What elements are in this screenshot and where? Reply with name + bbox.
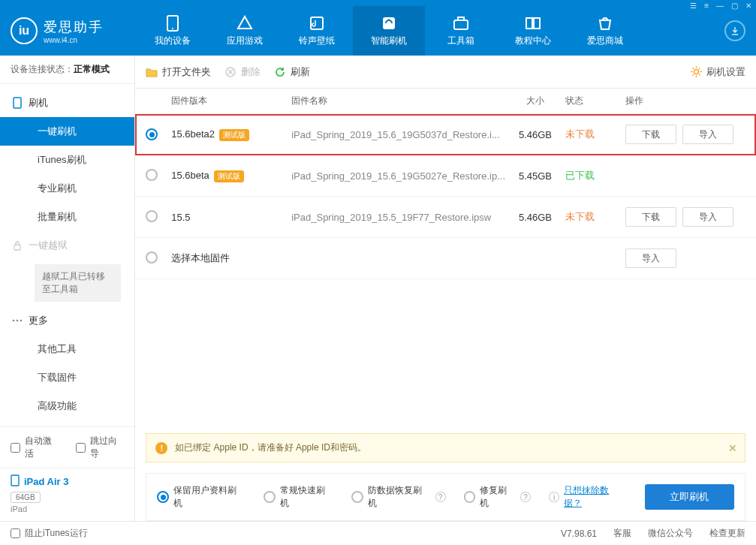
apps-icon [236, 15, 253, 32]
win-close-icon[interactable]: ✕ [745, 2, 751, 10]
jailbreak-moved-note: 越狱工具已转移至工具箱 [35, 264, 121, 302]
store-icon [597, 15, 613, 32]
row-radio[interactable] [146, 169, 158, 181]
download-indicator-icon[interactable] [724, 20, 745, 41]
close-icon[interactable]: ✕ [728, 442, 737, 454]
auto-activate-checkbox[interactable] [11, 443, 20, 453]
table-row[interactable]: 15.5iPad_Spring_2019_15.5_19F77_Restore.… [135, 197, 756, 238]
op-button[interactable]: 导入 [625, 248, 676, 268]
cell-ops: 下载导入 [625, 125, 745, 144]
table-row[interactable]: 选择本地固件导入 [135, 238, 756, 279]
row-radio[interactable] [146, 210, 158, 222]
op-button[interactable]: 下载 [625, 207, 676, 227]
nav-toolbox[interactable]: 工具箱 [425, 6, 497, 56]
row-radio[interactable] [146, 251, 158, 263]
win-list-icon[interactable]: ≡ [704, 2, 709, 10]
sidebar-item-batch-flash[interactable]: 批量刷机 [0, 203, 134, 231]
book-icon [525, 15, 541, 32]
lock-icon [12, 240, 23, 251]
cell-status: 未下载 [565, 128, 625, 141]
version-label: V7.98.61 [561, 528, 597, 539]
footer-wechat[interactable]: 微信公众号 [648, 527, 693, 540]
table-row[interactable]: 15.6beta2测试版iPad_Spring_2019_15.6_19G503… [135, 114, 756, 155]
nav-tutorials[interactable]: 教程中心 [497, 6, 569, 56]
win-minimize-icon[interactable]: — [716, 2, 724, 10]
skip-guide-checkbox[interactable] [76, 443, 86, 453]
flash-options: 保留用户资料刷机 常规快速刷机 防数据恢复刷机? 修复刷机? i只想抹除数据？ … [146, 473, 745, 521]
appleid-warning: ! 如已绑定 Apple ID，请准备好 Apple ID和密码。 ✕ [146, 433, 745, 462]
cell-size: 5.46GB [505, 129, 565, 140]
sidebar-item-onekey-flash[interactable]: 一键刷机 [0, 117, 134, 146]
nav-apps[interactable]: 应用游戏 [209, 6, 281, 56]
sidebar-item-pro-flash[interactable]: 专业刷机 [0, 174, 134, 203]
svg-point-15 [694, 70, 698, 74]
folder-icon [146, 66, 158, 78]
main: 打开文件夹 删除 刷新 刷机设置 固件版本 固件名称 大小 状态 操作 15.6… [135, 56, 756, 521]
win-maximize-icon[interactable]: ▢ [731, 2, 738, 10]
svg-rect-11 [11, 475, 19, 486]
opt-anti-recovery[interactable]: 防数据恢复刷机? [351, 484, 445, 510]
cell-version: 15.5 [171, 212, 291, 223]
svg-line-20 [692, 68, 694, 70]
win-settings-icon[interactable]: ☰ [690, 2, 697, 10]
table-row[interactable]: 15.6beta测试版iPad_Spring_2019_15.6_19G5027… [135, 155, 756, 197]
firmware-rows: 15.6beta2测试版iPad_Spring_2019_15.6_19G503… [135, 114, 756, 279]
block-itunes-checkbox[interactable] [11, 528, 20, 538]
delete-button: 删除 [224, 65, 261, 79]
sidebar-item-download-fw[interactable]: 下载固件 [0, 363, 134, 392]
footer: 阻止iTunes运行 V7.98.61 客服 微信公众号 检查更新 [0, 521, 756, 545]
opt-normal[interactable]: 常规快速刷机 [264, 484, 334, 510]
sidebar-item-other-tools[interactable]: 其他工具 [0, 335, 134, 363]
cell-name: iPad_Spring_2019_15.6_19G5037d_Restore.i… [291, 129, 505, 140]
opt-repair[interactable]: 修复刷机? [464, 484, 532, 510]
more-icon [12, 315, 23, 326]
svg-rect-4 [454, 20, 468, 29]
footer-update[interactable]: 检查更新 [709, 527, 745, 540]
storage-badge: 64GB [11, 492, 41, 503]
help-icon[interactable]: ? [520, 492, 531, 502]
info-icon[interactable]: i [549, 492, 559, 502]
sidebar-head-more[interactable]: 更多 [0, 306, 134, 335]
row-radio[interactable] [146, 128, 158, 140]
flash-settings-button[interactable]: 刷机设置 [690, 65, 745, 79]
opt-keep-data[interactable]: 保留用户资料刷机 [157, 484, 245, 510]
nav: 我的设备 应用游戏 铃声壁纸 智能刷机 工具箱 教程中心 爱思商城 [137, 6, 724, 56]
flash-icon [381, 15, 397, 32]
cell-size: 5.46GB [505, 212, 565, 223]
open-folder-button[interactable]: 打开文件夹 [146, 65, 211, 79]
cell-name: iPad_Spring_2019_15.6_19G5027e_Restore.i… [291, 170, 505, 182]
device-info[interactable]: iPad Air 3 64GB iPad [0, 468, 134, 521]
op-button[interactable]: 导入 [682, 125, 733, 144]
flash-now-button[interactable]: 立即刷机 [645, 484, 734, 510]
sidebar-item-advanced[interactable]: 高级功能 [0, 392, 134, 420]
sidebar: 设备连接状态：正常模式 刷机 一键刷机 iTunes刷机 专业刷机 批量刷机 一… [0, 56, 135, 521]
cell-version: 15.6beta2测试版 [171, 128, 291, 141]
beta-tag: 测试版 [214, 170, 244, 182]
window-controls: ☰ ≡ — ▢ ✕ [690, 2, 751, 10]
op-button[interactable]: 下载 [625, 125, 676, 144]
cell-ops: 下载导入 [625, 207, 745, 227]
refresh-button[interactable]: 刷新 [274, 65, 310, 79]
sidebar-head-flash[interactable]: 刷机 [0, 89, 134, 117]
toolbar: 打开文件夹 删除 刷新 刷机设置 [135, 56, 756, 89]
erase-only-link[interactable]: 只想抹除数据？ [564, 484, 627, 510]
op-button[interactable]: 导入 [682, 207, 733, 227]
footer-support[interactable]: 客服 [613, 527, 631, 540]
nav-store[interactable]: 爱思商城 [569, 6, 641, 56]
toolbox-icon [453, 15, 469, 32]
cell-version: 选择本地固件 [171, 251, 291, 265]
nav-my-device[interactable]: 我的设备 [137, 6, 209, 56]
svg-point-8 [13, 319, 15, 321]
svg-line-22 [699, 68, 700, 70]
nav-ringtones[interactable]: 铃声壁纸 [281, 6, 353, 56]
nav-smart-flash[interactable]: 智能刷机 [353, 6, 425, 56]
logo-icon: iu [11, 17, 38, 44]
music-icon [309, 15, 325, 32]
sidebar-item-itunes-flash[interactable]: iTunes刷机 [0, 146, 134, 174]
svg-point-10 [20, 319, 23, 321]
help-icon[interactable]: ? [435, 492, 446, 502]
svg-line-23 [692, 74, 694, 76]
logo: iu 爱思助手 www.i4.cn [11, 17, 137, 44]
sidebar-head-jailbreak: 一键越狱 [0, 231, 134, 260]
cell-size: 5.45GB [505, 170, 565, 182]
